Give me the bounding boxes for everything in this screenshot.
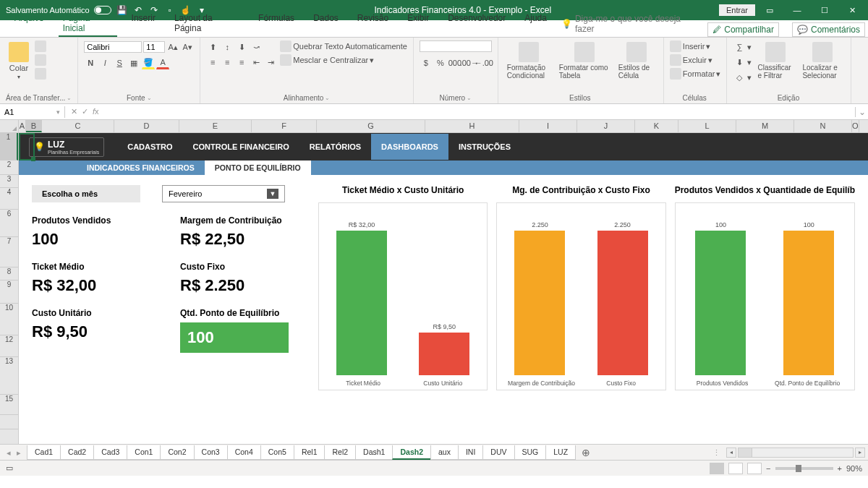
cancel-formula-icon[interactable]: ✕ (71, 107, 77, 116)
col-header-A[interactable]: A (19, 120, 26, 132)
sheet-tab-LUZ[interactable]: LUZ (545, 445, 576, 460)
nav-controle financeiro[interactable]: CONTROLE FINANCEIRO (183, 134, 299, 160)
close-button[interactable]: ✕ (839, 0, 865, 20)
page-layout-view-button[interactable] (728, 463, 743, 474)
tab-formulas[interactable]: Fórmulas (254, 11, 299, 37)
tab-view[interactable]: Exibir (403, 11, 433, 37)
enter-formula-icon[interactable]: ✓ (82, 107, 88, 116)
col-header-I[interactable]: I (519, 120, 577, 132)
share-button[interactable]: 🖉 Compartilhar (707, 22, 779, 37)
col-header-L[interactable]: L (678, 120, 736, 132)
sheet-tab-Dash2[interactable]: Dash2 (392, 445, 431, 460)
row-header[interactable]: 10 (0, 304, 18, 335)
conditional-formatting-button[interactable]: Formatação Condicional (504, 40, 553, 81)
dec-decimal-button[interactable]: ←.00 (477, 56, 490, 69)
nav-instruções[interactable]: INSTRUÇÕES (448, 134, 521, 160)
sheet-tab-DUV[interactable]: DUV (482, 445, 514, 460)
nav-relatórios[interactable]: RELATÓRIOS (299, 134, 371, 160)
grow-font-button[interactable]: A▴ (166, 40, 179, 53)
tab-file[interactable]: Arquivo (10, 11, 48, 37)
sheet-tab-Con4[interactable]: Con4 (227, 445, 261, 460)
tell-me-search[interactable]: 💡 Diga-me o que você deseja fazer (561, 11, 697, 37)
col-header-D[interactable]: D (114, 120, 179, 132)
currency-button[interactable]: $ (420, 56, 433, 69)
comments-button[interactable]: 💬 Comentários (792, 22, 865, 37)
subnav-item[interactable]: PONTO DE EQUILÍBRIO (205, 160, 311, 175)
fill-button[interactable]: ⬇▾ (733, 56, 752, 69)
row-header[interactable]: 15 (0, 395, 18, 415)
align-top-button[interactable]: ⬆ (206, 40, 219, 53)
normal-view-button[interactable] (710, 463, 724, 474)
fill-color-button[interactable]: 🪣 (142, 56, 155, 69)
shrink-font-button[interactable]: A▾ (181, 40, 194, 53)
sheet-tab-Cad1[interactable]: Cad1 (27, 445, 61, 460)
tab-scroll-first-icon[interactable]: ◂ (4, 448, 13, 457)
autosum-button[interactable]: ∑▾ (733, 40, 752, 53)
subnav-item[interactable]: INDICADORES FINANCEIROS (77, 160, 205, 175)
align-center-button[interactable]: ≡ (221, 56, 234, 69)
format-painter-button[interactable] (35, 68, 46, 80)
ribbon-display-icon[interactable]: ▭ (757, 0, 783, 20)
align-left-button[interactable]: ≡ (206, 56, 219, 69)
align-bottom-button[interactable]: ⬇ (235, 40, 248, 53)
cell-styles-button[interactable]: Estilos de Célula (616, 40, 658, 81)
row-header[interactable]: 12 (0, 335, 18, 357)
maximize-button[interactable]: ☐ (812, 0, 838, 20)
zoom-level[interactable]: 90% (846, 464, 862, 473)
hscroll-right-icon[interactable]: ▸ (855, 448, 865, 458)
fx-icon[interactable]: fx (93, 107, 99, 116)
insert-cells-button[interactable]: Inserir ▾ (670, 40, 721, 52)
cut-button[interactable] (35, 40, 46, 52)
row-header[interactable]: 8 (0, 267, 18, 281)
italic-button[interactable]: I (98, 56, 111, 69)
tab-insert[interactable]: Inserir (127, 11, 160, 37)
col-header-N[interactable]: N (794, 120, 852, 132)
row-header[interactable]: 6 (0, 210, 18, 237)
bold-button[interactable]: N (84, 56, 97, 69)
find-select-button[interactable]: Localizar e Selecionar (799, 40, 845, 81)
number-format-select[interactable] (420, 40, 492, 52)
col-header-B[interactable]: B (26, 120, 42, 132)
wrap-text-button[interactable]: Quebrar Texto Automaticamente (280, 40, 407, 52)
sort-filter-button[interactable]: Classificar e Filtrar (754, 40, 796, 81)
tab-data[interactable]: Dados (309, 11, 343, 37)
clear-button[interactable]: ◇▾ (733, 71, 752, 84)
row-header[interactable]: 9 (0, 281, 18, 304)
row-header[interactable]: 2 (0, 160, 18, 175)
row-header[interactable]: 3 (0, 175, 18, 188)
col-header-H[interactable]: H (425, 120, 519, 132)
format-cells-button[interactable]: Formatar ▾ (670, 68, 721, 80)
align-middle-button[interactable]: ↕ (221, 40, 234, 53)
sheet-tab-SUG[interactable]: SUG (514, 445, 547, 460)
select-all-corner[interactable] (0, 120, 19, 132)
sheet-tab-Con3[interactable]: Con3 (194, 445, 228, 460)
paste-button[interactable]: Colar▾ (6, 40, 32, 82)
underline-button[interactable]: S (113, 56, 126, 69)
sheet-tab-INI[interactable]: INI (458, 445, 483, 460)
col-header-M[interactable]: M (736, 120, 794, 132)
formula-input[interactable] (105, 111, 855, 114)
col-header-F[interactable]: F (252, 120, 317, 132)
tab-help[interactable]: Ajuda (520, 11, 551, 37)
orientation-button[interactable]: ⤻ (250, 40, 263, 53)
font-color-button[interactable]: A (156, 56, 169, 69)
sheet-tab-aux[interactable]: aux (430, 445, 459, 460)
font-name-select[interactable] (84, 41, 142, 53)
col-header-K[interactable]: K (635, 120, 678, 132)
copy-button[interactable] (35, 54, 46, 66)
sheet-tab-Rel2[interactable]: Rel2 (324, 445, 356, 460)
percent-button[interactable]: % (434, 56, 447, 69)
font-size-select[interactable] (143, 41, 165, 53)
tab-layout[interactable]: Layout da Página (170, 11, 244, 37)
sheet-tab-Con1[interactable]: Con1 (127, 445, 161, 460)
delete-cells-button[interactable]: Excluir ▾ (670, 54, 721, 66)
record-macro-icon[interactable]: ▭ (6, 463, 13, 473)
col-header-O[interactable]: O (852, 120, 859, 132)
worksheet-area[interactable]: 💡LUZPlanilhas Empresariais CADASTROCONTR… (19, 133, 868, 444)
row-header[interactable]: 1 (0, 133, 18, 160)
nav-cadastro[interactable]: CADASTRO (117, 134, 182, 160)
sheet-tab-Cad2[interactable]: Cad2 (60, 445, 94, 460)
row-header[interactable] (0, 415, 18, 429)
zoom-slider[interactable] (775, 467, 833, 470)
tab-scroll-last-icon[interactable]: ▸ (14, 448, 23, 457)
